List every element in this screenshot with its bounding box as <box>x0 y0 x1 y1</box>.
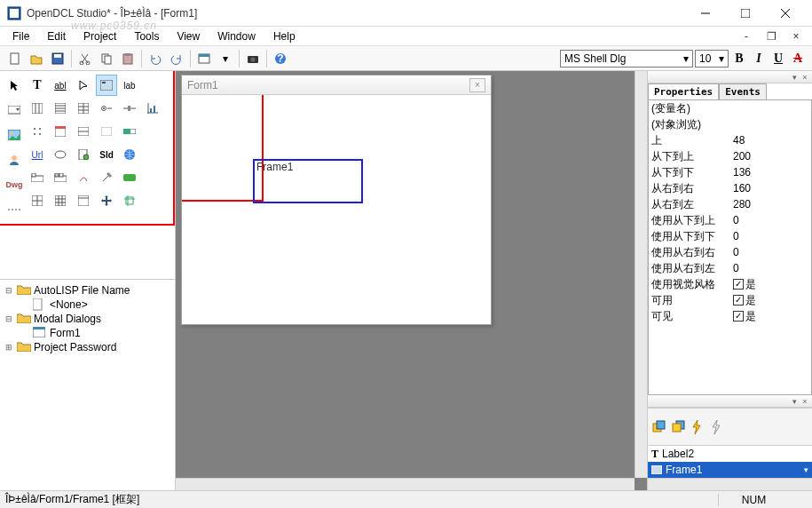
property-row[interactable]: 从右到右160 <box>649 180 811 196</box>
property-value[interactable]: 0 <box>730 230 811 242</box>
property-row[interactable]: 从下到上200 <box>649 148 811 164</box>
property-row[interactable]: 可用✓是 <box>649 292 811 308</box>
property-value[interactable]: ✓是 <box>730 309 811 324</box>
open-button[interactable] <box>27 49 46 68</box>
mdi-restore-button[interactable]: ❐ <box>761 28 782 44</box>
ellipse-tool[interactable] <box>50 144 71 165</box>
undo-button[interactable] <box>146 49 165 68</box>
rect-tool[interactable] <box>96 121 117 142</box>
horizontal-scrollbar[interactable] <box>176 478 635 490</box>
progress-tool[interactable] <box>119 121 140 142</box>
tablea-tool[interactable] <box>27 190 48 211</box>
frame-tool[interactable] <box>96 75 117 96</box>
doc-tool[interactable] <box>73 144 94 165</box>
redo-button[interactable] <box>167 49 186 68</box>
property-value[interactable]: 0 <box>730 214 811 226</box>
frame-control[interactable]: Frame1 <box>253 159 363 203</box>
mdi-minimize-button[interactable]: - <box>736 28 757 44</box>
minimize-button[interactable] <box>685 1 725 26</box>
tablec-tool[interactable] <box>73 190 94 211</box>
save-button[interactable] <box>48 49 67 68</box>
help-button[interactable]: ? <box>271 49 290 68</box>
properties-list[interactable]: (变量名)(对象浏览)上48从下到上200从下到下136从右到右160从右到左2… <box>648 99 812 395</box>
collapse-icon[interactable]: ⊟ <box>4 314 14 323</box>
property-value[interactable]: 160 <box>730 182 811 194</box>
menu-help[interactable]: Help <box>266 28 303 44</box>
property-value[interactable]: 48 <box>730 134 811 147</box>
strike-button[interactable]: A <box>789 50 807 67</box>
user-tool[interactable] <box>4 149 25 171</box>
tree-modal-dialogs[interactable]: ⊟ Modal Dialogs <box>4 312 171 326</box>
textbox-tool[interactable]: abl <box>50 75 71 96</box>
checkbox-icon[interactable]: ✓ <box>733 279 744 290</box>
menu-project[interactable]: Project <box>76 28 123 44</box>
badge-tool[interactable] <box>119 167 140 188</box>
menu-tools[interactable]: Tools <box>127 28 166 44</box>
tab-properties[interactable]: Properties <box>648 83 719 99</box>
bold-button[interactable]: B <box>730 50 748 67</box>
collapse-icon[interactable]: ⊟ <box>4 286 14 295</box>
property-row[interactable]: (对象浏览) <box>649 116 811 132</box>
chart-tool[interactable] <box>142 98 163 119</box>
panel-tool[interactable] <box>73 121 94 142</box>
pointer-tool[interactable] <box>4 75 25 96</box>
property-row[interactable]: 从右到左280 <box>649 196 811 212</box>
slider-tool[interactable] <box>119 98 140 119</box>
combo-tool[interactable] <box>4 99 25 121</box>
checkbox-icon[interactable]: ✓ <box>733 295 744 306</box>
crop-tool[interactable] <box>119 190 140 211</box>
property-row[interactable]: (变量名) <box>649 100 811 116</box>
camera-button[interactable] <box>243 49 263 68</box>
property-row[interactable]: 使用视觉风格✓是 <box>649 276 811 292</box>
dash-tool[interactable] <box>4 199 25 220</box>
pin-icon[interactable]: ▾ <box>790 73 799 82</box>
tree-none[interactable]: <None> <box>4 298 171 312</box>
outline-scrollbar[interactable] <box>648 478 812 490</box>
tabbar-tool[interactable] <box>27 167 48 188</box>
bring-front-button[interactable] <box>651 419 667 435</box>
property-value[interactable]: 136 <box>730 166 811 179</box>
tabbar2-tool[interactable] <box>50 167 71 188</box>
label-tool[interactable]: lab <box>119 75 140 96</box>
dots-tool[interactable] <box>27 121 48 142</box>
menu-edit[interactable]: Edit <box>40 28 73 44</box>
calendar-tool[interactable] <box>50 121 71 142</box>
new-button[interactable] <box>5 49 25 68</box>
pin-icon[interactable]: ▾ <box>790 397 799 406</box>
property-row[interactable]: 使用从下到上0 <box>649 212 811 228</box>
font-size-select[interactable]: 10▾ <box>695 50 729 67</box>
listview-tool[interactable] <box>73 98 94 119</box>
form-close-button[interactable]: × <box>469 78 485 92</box>
form-body[interactable]: Frame1 <box>182 95 491 324</box>
axe-tool[interactable] <box>96 167 117 188</box>
control-outline[interactable]: T Label2 Frame1 ▾ <box>648 445 812 478</box>
italic-button[interactable]: I <box>750 50 768 67</box>
property-value[interactable]: 0 <box>730 262 811 274</box>
tab-events[interactable]: Events <box>719 83 767 99</box>
menu-view[interactable]: View <box>169 28 207 44</box>
tree-form1[interactable]: Form1 <box>4 326 171 340</box>
text-tool[interactable]: T <box>27 75 48 96</box>
property-row[interactable]: 上48 <box>649 132 811 148</box>
property-value[interactable]: ✓是 <box>730 277 811 292</box>
tree-autolisp[interactable]: ⊟ AutoLISP File Name <box>4 283 171 298</box>
mdi-close-button[interactable]: × <box>785 28 807 44</box>
grid1-tool[interactable] <box>27 98 48 119</box>
property-value[interactable]: ✓是 <box>730 293 811 308</box>
bolt2-button[interactable] <box>710 419 726 435</box>
vertical-scrollbar[interactable] <box>635 71 647 478</box>
checkbox-icon[interactable]: ✓ <box>733 311 744 321</box>
form-designer[interactable]: Form1 × Frame1 <box>176 71 647 490</box>
dwg-tool[interactable]: Dwg <box>4 174 25 195</box>
underline-button[interactable]: U <box>769 50 787 67</box>
form-dropdown[interactable]: ▾ <box>216 49 235 68</box>
form-titlebar[interactable]: Form1 × <box>182 75 491 95</box>
expand-icon[interactable]: ⊞ <box>4 343 14 352</box>
menu-file[interactable]: File <box>5 28 36 44</box>
globe-tool[interactable] <box>119 144 140 165</box>
close-panel-icon[interactable]: × <box>800 397 809 406</box>
url-tool[interactable]: Url <box>27 144 48 165</box>
outline-item-frame1[interactable]: Frame1 ▾ <box>648 462 812 478</box>
tableb-tool[interactable] <box>50 190 71 211</box>
property-row[interactable]: 使用从右到左0 <box>649 260 811 276</box>
